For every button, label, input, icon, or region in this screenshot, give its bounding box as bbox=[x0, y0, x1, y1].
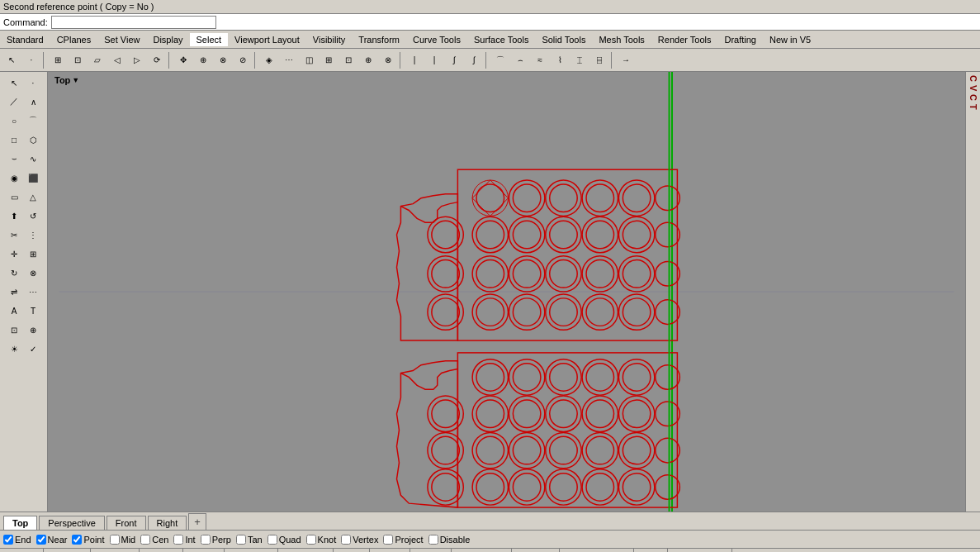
left-btn-circle[interactable]: ○ bbox=[5, 112, 23, 130]
toolbar-btn-23[interactable]: ⌢ bbox=[511, 51, 529, 69]
toolbar-btn-17[interactable]: ⊗ bbox=[379, 51, 397, 69]
menu-curvetools[interactable]: Curve Tools bbox=[406, 33, 467, 46]
osnap-perp-check[interactable] bbox=[201, 535, 211, 545]
toolbar-btn-25[interactable]: ⌇ bbox=[551, 51, 569, 69]
toolbar-btn-select[interactable]: ↖ bbox=[2, 51, 21, 69]
status-gridsnap[interactable]: Grid Snap bbox=[278, 549, 334, 552]
left-btn-mirror[interactable]: ⇌ bbox=[5, 283, 23, 301]
osnap-mid-check[interactable] bbox=[110, 535, 120, 545]
toolbar-btn-point[interactable]: · bbox=[22, 51, 40, 69]
left-btn-select[interactable]: ↖ bbox=[5, 74, 23, 92]
toolbar-btn-4[interactable]: ◁ bbox=[108, 51, 126, 69]
left-btn-revolve[interactable]: ↺ bbox=[24, 207, 42, 225]
viewport-canvas[interactable]: Top ▼ bbox=[48, 72, 965, 512]
toolbar-btn-15[interactable]: ⊡ bbox=[339, 51, 357, 69]
toolbar-btn-21[interactable]: ∫ bbox=[465, 51, 483, 69]
menu-newinv5[interactable]: New in V5 bbox=[763, 33, 817, 46]
menu-meshtools[interactable]: Mesh Tools bbox=[592, 33, 651, 46]
toolbar-btn-8[interactable]: ⊕ bbox=[194, 51, 212, 69]
osnap-cen-check[interactable] bbox=[140, 535, 150, 545]
status-recordhistory[interactable]: Record History bbox=[560, 549, 634, 552]
left-btn-split[interactable]: ⋮ bbox=[24, 226, 42, 244]
toolbar-btn-11[interactable]: ◈ bbox=[260, 51, 278, 69]
menu-rendertools[interactable]: Render Tools bbox=[651, 33, 718, 46]
toolbar-btn-3[interactable]: ▱ bbox=[88, 51, 107, 69]
toolbar-btn-18[interactable]: | bbox=[405, 51, 424, 69]
menu-display[interactable]: Display bbox=[146, 33, 189, 46]
tab-right[interactable]: Right bbox=[148, 516, 187, 530]
toolbar-btn-24[interactable]: ≈ bbox=[531, 51, 549, 69]
tab-perspective[interactable]: Perspective bbox=[39, 516, 104, 530]
left-btn-rect[interactable]: □ bbox=[5, 131, 23, 149]
tab-front[interactable]: Front bbox=[107, 516, 146, 530]
menu-cplanes[interactable]: CPlanes bbox=[50, 33, 98, 46]
osnap-int-check[interactable] bbox=[173, 535, 183, 545]
left-btn-cylinder[interactable]: ▭ bbox=[5, 188, 23, 206]
toolbar-btn-26[interactable]: ⌶ bbox=[570, 51, 589, 69]
left-btn-sun[interactable]: ☀ bbox=[5, 340, 23, 358]
menu-setview[interactable]: Set View bbox=[97, 33, 146, 46]
left-btn-poly[interactable]: ⬡ bbox=[24, 131, 42, 149]
status-filter[interactable]: Filter bbox=[634, 549, 668, 552]
left-btn-sphere[interactable]: ◉ bbox=[5, 169, 23, 187]
viewport-area[interactable]: Top ▼ bbox=[48, 72, 965, 512]
tab-add[interactable]: + bbox=[188, 513, 206, 530]
osnap-vertex-check[interactable] bbox=[341, 535, 351, 545]
menu-solidtools[interactable]: Solid Tools bbox=[535, 33, 592, 46]
menu-viewportlayout[interactable]: Viewport Layout bbox=[228, 33, 306, 46]
status-osnap[interactable]: Osnap bbox=[410, 549, 451, 552]
left-btn-array[interactable]: ⋯ bbox=[24, 283, 42, 301]
toolbar-btn-19[interactable]: | bbox=[425, 51, 443, 69]
osnap-point-check[interactable] bbox=[72, 535, 82, 545]
toolbar-btn-14[interactable]: ⊞ bbox=[320, 51, 338, 69]
left-btn-snap[interactable]: ⊕ bbox=[24, 321, 42, 339]
left-btn-trim[interactable]: ✂ bbox=[5, 226, 23, 244]
toolbar-btn-10[interactable]: ⊘ bbox=[234, 51, 252, 69]
left-btn-box[interactable]: ⬛ bbox=[24, 169, 42, 187]
toolbar-btn-16[interactable]: ⊕ bbox=[359, 51, 377, 69]
left-btn-point[interactable]: · bbox=[24, 74, 42, 92]
menu-surfacetools[interactable]: Surface Tools bbox=[467, 33, 535, 46]
toolbar-btn-12[interactable]: ⋯ bbox=[280, 51, 298, 69]
left-btn-scale[interactable]: ⊗ bbox=[24, 264, 42, 282]
left-btn-text[interactable]: T bbox=[24, 302, 42, 320]
toolbar-btn-5[interactable]: ▷ bbox=[128, 51, 146, 69]
left-btn-dim[interactable]: A bbox=[5, 302, 23, 320]
osnap-quad-check[interactable] bbox=[267, 535, 277, 545]
left-btn-copy[interactable]: ⊞ bbox=[24, 245, 42, 263]
toolbar-btn-20[interactable]: ∫ bbox=[445, 51, 463, 69]
toolbar-btn-27[interactable]: ⌸ bbox=[590, 51, 608, 69]
status-planar[interactable]: Planar bbox=[370, 549, 410, 552]
toolbar-btn-6[interactable]: ⟳ bbox=[148, 51, 166, 69]
status-gumball[interactable]: Gumball bbox=[512, 549, 560, 552]
viewport-arrow[interactable]: ▼ bbox=[72, 76, 79, 84]
left-btn-freeform[interactable]: ∿ bbox=[24, 150, 42, 168]
left-btn-check[interactable]: ✓ bbox=[24, 340, 42, 358]
toolbar-btn-22[interactable]: ⌒ bbox=[491, 51, 509, 69]
toolbar-btn-13[interactable]: ◫ bbox=[300, 51, 318, 69]
left-btn-curve[interactable]: ⌣ bbox=[5, 150, 23, 168]
status-ortho[interactable]: Ortho bbox=[334, 549, 371, 552]
osnap-end-check[interactable] bbox=[3, 535, 13, 545]
menu-select[interactable]: Select bbox=[190, 33, 229, 46]
osnap-near-check[interactable] bbox=[36, 535, 46, 545]
osnap-project-check[interactable] bbox=[383, 535, 393, 545]
osnap-knot-check[interactable] bbox=[306, 535, 316, 545]
left-btn-cone[interactable]: △ bbox=[24, 188, 42, 206]
menu-transform[interactable]: Transform bbox=[352, 33, 406, 46]
left-btn-rotate[interactable]: ↻ bbox=[5, 264, 23, 282]
left-btn-arc[interactable]: ⌒ bbox=[24, 112, 42, 130]
left-btn-extrude[interactable]: ⬆ bbox=[5, 207, 23, 225]
toolbar-btn-1[interactable]: ⊞ bbox=[49, 51, 67, 69]
menu-visibility[interactable]: Visibility bbox=[306, 33, 353, 46]
osnap-disable-check[interactable] bbox=[428, 535, 438, 545]
menu-standard[interactable]: Standard bbox=[0, 33, 50, 46]
command-input[interactable] bbox=[51, 16, 216, 29]
menu-drafting[interactable]: Drafting bbox=[717, 33, 763, 46]
toolbar-btn-7[interactable]: ✥ bbox=[174, 51, 192, 69]
osnap-tan-check[interactable] bbox=[236, 535, 246, 545]
left-btn-move[interactable]: ✛ bbox=[5, 245, 23, 263]
toolbar-btn-28[interactable]: → bbox=[617, 51, 635, 69]
toolbar-btn-9[interactable]: ⊗ bbox=[214, 51, 232, 69]
left-btn-line[interactable]: ／ bbox=[5, 93, 23, 111]
